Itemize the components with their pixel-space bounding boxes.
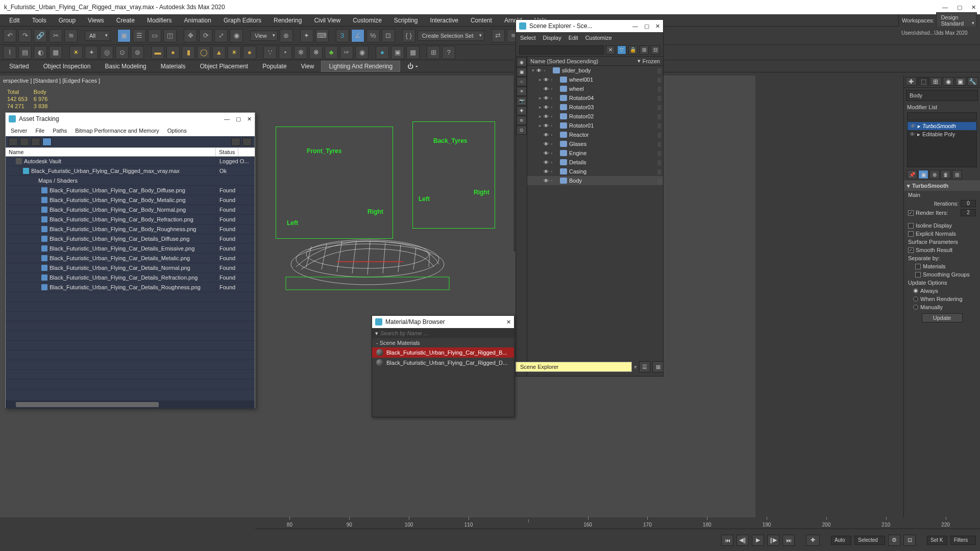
se-menu-display[interactable]: Display [543,35,561,41]
asset-hscrollbar[interactable] [6,400,255,409]
sep-smoothing-checkbox[interactable] [915,272,921,278]
menu-animation[interactable]: Animation [178,15,217,26]
tree-item[interactable]: ▸👁•Rotator02|||| [527,112,663,121]
key-mode-icon[interactable]: ✚ [806,535,820,546]
se-close-button[interactable]: ✕ [655,23,660,30]
rectangle-select-icon[interactable]: ▭ [148,29,161,42]
tree-item[interactable]: 👁•Details|||| [527,158,663,167]
timeline[interactable]: 8090100110160170180190200210220 [255,517,980,529]
se-menu-edit[interactable]: Edit [569,35,578,41]
material-item[interactable]: Black_Futuristic_Urban_Flying_Car_Rigged… [372,358,514,368]
asset-row[interactable]: Black_Futuristic_Urban_Flying_Car_Rigged… [6,166,255,176]
asset-row[interactable]: Black_Futuristic_Urban_Flying_Car_Detail… [6,254,255,263]
remove-mod-icon[interactable]: 🗑 [941,170,951,179]
pin-stack-icon[interactable]: 📌 [907,170,917,179]
render-last-icon[interactable]: ▣ [391,46,404,59]
scene-explorer-titlebar[interactable]: Scene Explorer - Sce... — ▢ ✕ [516,20,663,32]
render-frame-icon[interactable]: ▦ [406,46,420,59]
smooth-result-checkbox[interactable]: ✓ [908,247,914,253]
scene-explorer-dropdown[interactable]: Scene Explorer [516,362,632,372]
sphere-prim-icon[interactable]: ● [166,46,180,59]
tab-motion[interactable]: ◉ [943,77,954,86]
tree-item[interactable]: ▸👁•wheel001|||| [527,75,663,84]
collapse-icon[interactable]: ⊟ [651,45,660,55]
link-icon[interactable]: 🔗 [34,29,47,42]
menu-tools[interactable]: Tools [26,15,53,26]
menu-create[interactable]: Create [110,15,141,26]
asset-close-button[interactable]: ✕ [247,116,252,122]
keyboard-icon[interactable]: ⌨ [315,29,329,42]
selected-dropdown[interactable]: Selected [854,536,885,545]
tree-item[interactable]: ▸👁•Rotator01|||| [527,121,663,130]
modifier-list-dropdown[interactable] [907,112,977,120]
help-icon[interactable]: ? [442,46,455,59]
mirror-icon[interactable]: ⇄ [492,29,505,42]
menu-content[interactable]: Content [464,15,498,26]
timeline-tick[interactable]: 90 [320,519,379,528]
filter-helpers-icon[interactable]: ✚ [517,106,527,115]
menu-graph-editors[interactable]: Graph Editors [217,15,267,26]
selection-set-dropdown[interactable]: Create Selection Set [418,31,484,41]
asset-row[interactable]: Black_Futuristic_Urban_Flying_Car_Detail… [6,273,255,283]
auto-key-button[interactable]: Auto [831,536,851,545]
se-menu-select[interactable]: Select [520,35,536,41]
filter-icon[interactable]: ▽ [617,45,626,55]
tree-item[interactable]: 👁•Reactor|||| [527,130,663,139]
asset-settings-icon[interactable] [242,138,252,146]
tree-item[interactable]: ▾👁•slider_body|||| [527,66,663,75]
timeline-tick[interactable]: 200 [797,519,855,528]
window-crossing-icon[interactable]: ◫ [163,29,177,42]
minimize-button[interactable]: — [942,4,948,11]
particle2-icon[interactable]: • [279,46,292,59]
material-close-button[interactable]: ✕ [506,319,511,325]
timeline-tick[interactable]: 210 [856,519,915,528]
key-filters-icon[interactable]: ⚙ [888,535,900,546]
asset-menu-server[interactable]: Server [11,128,27,134]
tab-lighting-and-rendering[interactable]: Lighting And Rendering [321,61,400,72]
asset-row[interactable]: Black_Futuristic_Urban_Flying_Car_Detail… [6,234,255,244]
tab-hierarchy[interactable]: ⊞ [930,77,941,86]
asset-minimize-button[interactable]: — [224,116,230,122]
asset-menu-paths[interactable]: Paths [53,128,67,134]
asset-row[interactable]: Autodesk VaultLogged O... [6,157,255,166]
timeline-tick[interactable]: 220 [916,519,975,528]
expand-icon[interactable]: ⊞ [640,45,649,55]
tab-modify[interactable]: ⬚ [918,77,929,86]
update-always-radio[interactable] [913,288,918,293]
timeline-tick[interactable]: 80 [260,519,319,528]
menu-interactive[interactable]: Interactive [424,15,464,26]
asset-row[interactable]: Black_Futuristic_Urban_Flying_Car_Body_N… [6,205,255,215]
curve-editor-icon[interactable]: ⌇ [3,46,16,59]
timeline-tick[interactable]: 100 [380,519,438,528]
ref-coord-dropdown[interactable]: View [250,31,278,41]
timeline-tick[interactable]: 190 [738,519,796,528]
update-button[interactable]: Update [922,313,963,322]
sun-icon[interactable]: ☀ [228,46,241,59]
redo-icon[interactable]: ↷ [18,29,32,42]
percent-snap-icon[interactable]: % [366,29,380,42]
tree-item[interactable]: ▸👁•Rotator04|||| [527,93,663,103]
unlink-icon[interactable]: ✂ [49,29,62,42]
material-item[interactable]: Black_Futuristic_Urban_Flying_Car_Rigged… [372,347,514,358]
edit-selection-set-icon[interactable]: { } [402,29,415,42]
filter-geom-icon[interactable]: ▣ [517,67,527,77]
asset-help-icon[interactable] [231,138,240,146]
se-col-frozen[interactable]: Frozen [643,58,660,64]
timeline-tick[interactable]: 110 [439,519,498,528]
asset-menu-options[interactable]: Options [167,128,187,134]
filter-lights-icon[interactable]: ☀ [517,87,527,96]
tab-basic-modeling[interactable]: Basic Modeling [97,61,153,71]
menu-scripting[interactable]: Scripting [388,15,424,26]
asset-col-status[interactable]: Status [216,148,238,156]
filter-all-icon[interactable]: ◉ [517,58,527,67]
asset-row[interactable]: Black_Futuristic_Urban_Flying_Car_Body_M… [6,195,255,205]
select-icon[interactable]: ▣ [117,29,131,42]
asset-row[interactable]: Black_Futuristic_Urban_Flying_Car_Detail… [6,244,255,254]
timeline-tick[interactable]: 180 [678,519,737,528]
filter-bone-icon[interactable]: ⊙ [517,126,527,135]
filter-space-icon[interactable]: ≋ [517,116,527,125]
manipulate-icon[interactable]: ✦ [300,29,313,42]
tab-display[interactable]: ▣ [955,77,966,86]
asset-row[interactable]: Black_Futuristic_Urban_Flying_Car_Body_R… [6,215,255,224]
asset-view3-icon[interactable] [42,138,52,146]
